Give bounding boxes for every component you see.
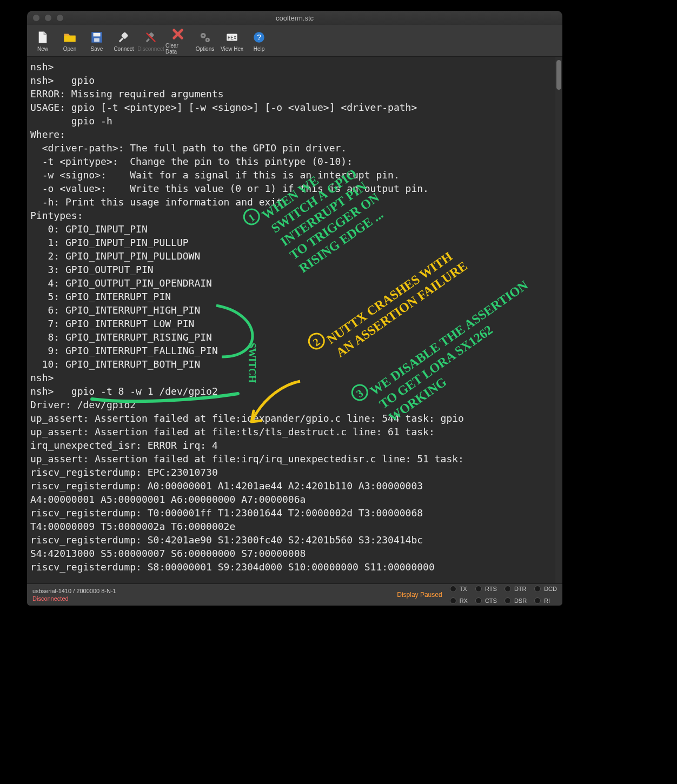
led-dsr: DSR	[505, 596, 527, 606]
status-bar: usbserial-1410 / 2000000 8-N-1 Disconnec…	[27, 583, 562, 606]
led-label: DCD	[544, 586, 557, 592]
led-label: DSR	[514, 597, 527, 604]
svg-text:HEX: HEX	[228, 35, 237, 41]
led-label: RTS	[485, 586, 497, 592]
led-bulb	[475, 597, 482, 604]
led-dtr: DTR	[505, 584, 527, 594]
toolbar-label: New	[37, 46, 48, 52]
app-window: coolterm.stc NewOpenSaveConnectDisconnec…	[27, 11, 562, 606]
hex-icon: HEX	[224, 30, 240, 45]
folder-icon	[62, 30, 77, 45]
led-label: CTS	[485, 597, 497, 604]
window-title: coolterm.stc	[27, 14, 562, 22]
led-rts: RTS	[475, 584, 497, 594]
unplug-icon	[143, 30, 158, 45]
scrollbar[interactable]	[555, 57, 562, 583]
port-label: usbserial-1410 / 2000000 8-N-1	[32, 588, 116, 594]
gears-icon	[197, 30, 213, 45]
toolbar-label: Help	[254, 46, 265, 52]
led-label: RX	[460, 597, 468, 604]
toolbar-label: Disconnect	[137, 46, 164, 52]
scroll-thumb[interactable]	[556, 60, 561, 90]
svg-text:?: ?	[257, 32, 261, 41]
led-bulb	[475, 586, 482, 592]
led-bulb	[505, 586, 511, 592]
disconnect-button: Disconnect	[138, 30, 163, 52]
led-rx: RX	[450, 596, 468, 606]
toolbar-label: Options	[196, 46, 214, 52]
toolbar-label: View Hex	[221, 46, 243, 52]
save-icon	[89, 30, 104, 45]
led-bulb	[450, 597, 456, 604]
led-bulb	[450, 586, 456, 592]
led-bulb	[534, 586, 541, 592]
clear-icon	[170, 26, 185, 42]
toolbar: NewOpenSaveConnectDisconnectClear DataOp…	[27, 25, 562, 57]
toolbar-label: Save	[91, 46, 103, 52]
led-dcd: DCD	[534, 584, 557, 594]
led-bulb	[534, 597, 541, 604]
svg-rect-1	[94, 32, 101, 36]
plug-icon	[116, 30, 131, 45]
options-button[interactable]: Options	[193, 30, 217, 52]
led-bulb	[505, 597, 511, 604]
save-button[interactable]: Save	[84, 30, 109, 52]
led-cts: CTS	[475, 596, 497, 606]
new-button[interactable]: New	[30, 30, 55, 52]
toolbar-label: Open	[63, 46, 76, 52]
led-label: DTR	[514, 586, 527, 592]
led-label: RI	[544, 597, 550, 604]
titlebar: coolterm.stc	[27, 11, 562, 25]
led-indicators: TXRTSDTRDCDRXCTSDSRRI	[450, 584, 557, 606]
svg-rect-2	[94, 38, 99, 42]
led-tx: TX	[450, 584, 468, 594]
svg-point-11	[207, 39, 209, 41]
connect-button[interactable]: Connect	[111, 30, 136, 52]
terminal-output[interactable]: nsh> nsh> gpio ERROR: Missing required a…	[27, 57, 555, 583]
connection-status: Disconnected	[32, 595, 116, 602]
toolbar-label: Clear Data	[165, 43, 190, 55]
display-paused-label: Display Paused	[397, 591, 442, 599]
file-icon	[35, 30, 50, 45]
help-icon: ?	[251, 30, 267, 45]
svg-point-9	[202, 35, 204, 36]
view-hex-button[interactable]: HEXView Hex	[220, 30, 244, 52]
led-ri: RI	[534, 596, 557, 606]
clear-data-button[interactable]: Clear Data	[165, 26, 190, 55]
led-label: TX	[460, 586, 467, 592]
open-button[interactable]: Open	[57, 30, 82, 52]
toolbar-label: Connect	[114, 46, 134, 52]
help-button[interactable]: ?Help	[247, 30, 271, 52]
